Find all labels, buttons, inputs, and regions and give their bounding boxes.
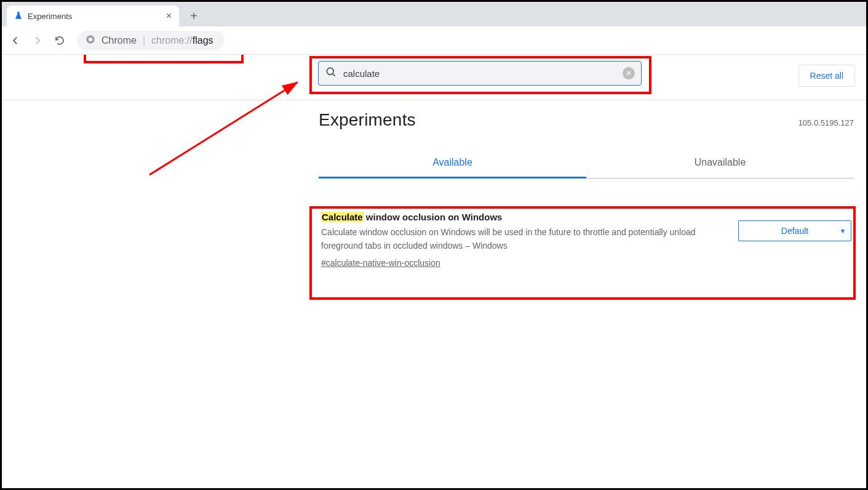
address-bar[interactable]: Chrome | chrome://flags — [77, 31, 225, 50]
back-button[interactable] — [7, 32, 24, 49]
forward-button[interactable] — [29, 32, 46, 49]
tab-title-label: Experiments — [28, 12, 161, 21]
address-origin-label: Chrome — [102, 35, 137, 46]
page-title: Experiments — [319, 110, 416, 130]
flag-description: Calculate window occlusion on Windows wi… — [321, 226, 720, 252]
svg-point-1 — [89, 38, 92, 41]
tab-unavailable[interactable]: Unavailable — [586, 150, 854, 178]
tab-strip: Experiments × + — [2, 2, 866, 26]
chrome-icon — [86, 34, 95, 47]
flag-item: Calculate window occlusion on Windows Ca… — [319, 209, 854, 271]
flag-state-select[interactable]: Default ▾ — [738, 220, 851, 241]
clear-search-icon[interactable]: ✕ — [623, 67, 635, 79]
new-tab-button[interactable]: + — [185, 7, 202, 25]
tab-available[interactable]: Available — [319, 150, 586, 179]
close-icon[interactable]: × — [166, 11, 172, 21]
address-separator: | — [143, 35, 145, 46]
flag-id-link[interactable]: #calculate-native-win-occlusion — [321, 258, 440, 268]
search-icon — [325, 66, 337, 81]
flask-icon — [14, 11, 23, 22]
flag-state-value: Default — [781, 226, 808, 236]
page-content: Reset all ✕ Experiments 105.0.5195.127 A… — [2, 55, 866, 488]
flag-title: Calculate window occlusion on Windows — [321, 212, 720, 222]
reset-all-button[interactable]: Reset all — [798, 65, 855, 87]
browser-toolbar: Chrome | chrome://flags — [2, 26, 866, 55]
search-flags-box[interactable]: ✕ — [318, 61, 642, 86]
svg-point-2 — [327, 68, 333, 74]
search-input[interactable] — [343, 68, 616, 79]
flag-tabs: Available Unavailable — [319, 150, 854, 179]
address-url: chrome://flags — [151, 35, 213, 46]
chevron-down-icon: ▾ — [841, 227, 845, 235]
reload-button[interactable] — [51, 32, 68, 49]
chrome-version-label: 105.0.5195.127 — [798, 118, 854, 127]
browser-tab[interactable]: Experiments × — [7, 6, 179, 26]
